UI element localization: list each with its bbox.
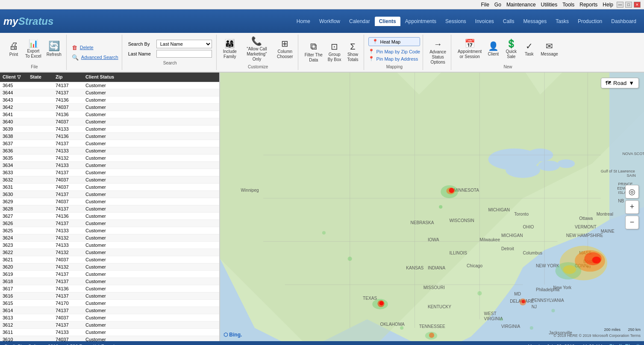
table-row[interactable]: 3620 74132 Customer [0,263,219,271]
zoom-in-icon: + [630,202,635,211]
cell-client: 3638 [0,134,30,139]
nav-calendar[interactable]: Calendar [345,17,374,26]
advanced-search-button[interactable]: Advanced Search [81,55,118,60]
table-row[interactable]: 3626 74137 Customer [0,220,219,227]
table-row[interactable]: 3630 74137 Customer [0,191,219,198]
nav-workflow[interactable]: Workflow [315,17,344,26]
advance-status-button[interactable]: → AdvanceStatusOptions [427,38,448,66]
nav-clients[interactable]: Clients [375,17,400,26]
new-task-button[interactable]: ✓ Task [520,41,538,58]
last-name-input[interactable] [156,50,212,58]
data-group: ⧉ Filter TheData ⊡ GroupBy Box Σ ShowTot… [300,35,365,70]
nav-appointments[interactable]: Appointments [401,17,441,26]
menu-utilities[interactable]: Utilities [541,2,558,8]
table-row[interactable]: 3617 74136 Customer [0,285,219,292]
cell-status: Customer [85,170,219,175]
nav-dashboard[interactable]: Dashboard [607,17,641,26]
filter-button[interactable]: ⧉ Filter TheData [303,41,325,64]
new-client-button[interactable]: 👤 Client [485,41,502,58]
locate-button[interactable]: ◎ [625,185,639,199]
scale-200mi: 200 miles [604,327,620,332]
table-row[interactable]: 3619 74137 Customer [0,271,219,278]
show-totals-button[interactable]: Σ ShowTotals [344,41,361,64]
nav-calls[interactable]: Calls [499,17,519,26]
table-row[interactable]: 3624 74132 Customer [0,234,219,242]
maximize-button[interactable]: □ [625,2,632,8]
table-row[interactable]: 3615 74170 Customer [0,300,219,307]
pin-map-address-button[interactable]: 📍 Pin Map by Address [368,56,420,61]
quick-sale-button[interactable]: 💲 QuickSale [503,38,520,61]
svg-text:Columbus: Columbus [523,251,543,255]
table-row[interactable]: 3632 74037 Customer [0,176,219,184]
table-row[interactable]: 3633 74137 Customer [0,169,219,176]
menu-reports[interactable]: Reports [579,2,597,8]
cell-client: 3612 [0,322,30,327]
cell-zip: 74137 [56,221,85,226]
minimize-button[interactable]: — [617,2,623,8]
table-row[interactable]: 3641 74136 Customer [0,111,219,118]
search-by-select[interactable]: Last Name [156,40,212,48]
cell-status: Customer [85,322,219,327]
table-row[interactable]: 3635 74132 Customer [0,155,219,162]
advanced-search-row: 🔍 Advanced Search [72,54,118,61]
menu-tools[interactable]: Tools [562,2,574,8]
menu-maintenance[interactable]: Maintenance [506,2,536,8]
nav-production[interactable]: Production [573,17,606,26]
table-row[interactable]: 3611 74133 Customer [0,329,219,336]
delete-button[interactable]: Delete [80,45,94,50]
table-row[interactable]: 3637 74137 Customer [0,140,219,147]
table-row[interactable]: 3621 74037 Customer [0,256,219,263]
map-type-button[interactable]: 🗺 Road ▼ [601,78,639,88]
allow-call-button[interactable]: 📞 "Allow CallMarketing" Only [240,35,274,63]
column-chooser-button[interactable]: ⊞ ColumnChooser [275,38,295,61]
new-appointment-button[interactable]: 📅 Appointmentor Session [456,38,484,61]
pin-map-zip-button[interactable]: 📍 Pin Map by Zip Code [368,49,420,54]
table-row[interactable]: 3625 74133 Customer [0,227,219,234]
table-row[interactable]: 3634 74133 Customer [0,162,219,169]
table-row[interactable]: 3639 74133 Customer [0,126,219,133]
close-button[interactable]: ✕ [634,2,641,8]
heat-map-button[interactable]: 📍 Heat Map [368,37,420,46]
cell-state [30,293,56,298]
print-button[interactable]: 🖨 Print [5,40,22,58]
pin-map-zip-label: Pin Map by Zip Code [376,49,420,54]
nav-messages[interactable]: Messages [519,17,551,26]
table-row[interactable]: 3618 74137 Customer [0,278,219,285]
table-row[interactable]: 3636 74133 Customer [0,147,219,155]
bing-icon: ⬡ [223,332,228,338]
table-row[interactable]: 3612 74137 Customer [0,322,219,329]
table-row[interactable]: 3616 74137 Customer [0,292,219,300]
nav-tasks[interactable]: Tasks [551,17,573,26]
table-row[interactable]: 3614 74137 Customer [0,307,219,314]
nav-sessions[interactable]: Sessions [441,17,471,26]
table-row[interactable]: 3622 74132 Customer [0,249,219,256]
group-by-box-button[interactable]: ⊡ GroupBy Box [326,41,344,64]
table-row[interactable]: 3613 74037 Customer [0,314,219,322]
table-row[interactable]: 3631 74037 Customer [0,184,219,191]
table-row[interactable]: 3640 74037 Customer [0,118,219,126]
menu-go[interactable]: Go [494,2,501,8]
table-row[interactable]: 3628 74137 Customer [0,205,219,213]
table-row[interactable]: 3629 74037 Customer [0,198,219,205]
table-row[interactable]: 3644 74137 Customer [0,89,219,96]
svg-text:Gulf of St Lawrence: Gulf of St Lawrence [601,169,635,173]
table-row[interactable]: 3610 74037 Customer [0,336,219,341]
zoom-out-button[interactable]: − [625,216,639,229]
menu-file[interactable]: File [481,2,489,8]
menu-help[interactable]: Help [603,2,613,8]
new-message-button[interactable]: ✉ Message [538,41,560,58]
table-row[interactable]: 3642 74037 Customer [0,104,219,111]
cell-zip: 74132 [56,250,85,255]
table-row[interactable]: 3643 74136 Customer [0,96,219,104]
include-family-button[interactable]: 👨‍👩‍👧 IncludeFamily [221,38,239,61]
table-row[interactable]: 3627 74136 Customer [0,213,219,220]
refresh-button[interactable]: 🔄 Refresh [44,40,64,58]
table-row[interactable]: 3645 74137 Customer [0,82,219,89]
nav-invoices[interactable]: Invoices [471,17,498,26]
nav-home[interactable]: Home [292,17,315,26]
export-excel-button[interactable]: 📊 ExportTo Excel [23,38,44,60]
export-icon: 📊 [29,40,38,47]
zoom-in-button[interactable]: + [625,200,639,214]
table-row[interactable]: 3638 74136 Customer [0,133,219,140]
table-row[interactable]: 3623 74133 Customer [0,242,219,249]
